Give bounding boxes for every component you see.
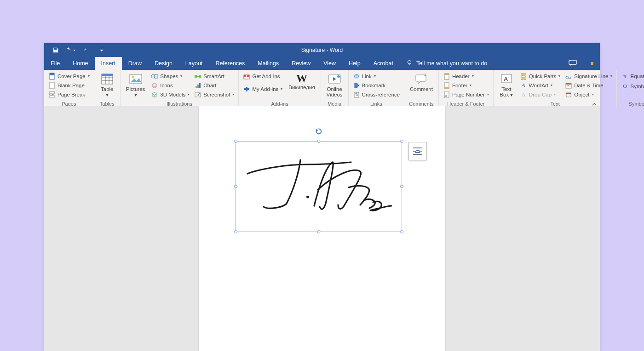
comment-button[interactable]: + Comment — [407, 72, 436, 93]
resize-handle-tl[interactable] — [234, 140, 237, 143]
footer-icon — [443, 82, 450, 89]
tab-review[interactable]: Review — [285, 57, 317, 70]
online-video-icon — [327, 73, 342, 85]
customize-qat-icon[interactable] — [100, 48, 104, 52]
page-number-button[interactable]: # Page Number▾ — [442, 90, 490, 99]
tab-mailings[interactable]: Mailings — [251, 57, 285, 70]
page-break-button[interactable]: Page Break — [47, 90, 91, 99]
tab-file[interactable]: File — [44, 57, 66, 70]
object-icon — [565, 91, 572, 98]
chart-icon — [194, 82, 201, 89]
resize-handle-br[interactable] — [400, 230, 403, 233]
resize-handle-r[interactable] — [400, 185, 403, 188]
my-addins-button[interactable]: My Add-ins▾ — [242, 85, 284, 94]
titlebar-right — [569, 57, 593, 70]
selected-image[interactable] — [236, 141, 402, 232]
tab-label: Mailings — [258, 60, 279, 67]
text-box-button[interactable]: A TextBox ▾ — [496, 72, 517, 98]
tab-help[interactable]: Help — [342, 57, 367, 70]
tab-draw[interactable]: Draw — [122, 57, 148, 70]
svg-point-28 — [199, 93, 201, 94]
tab-label: Review — [292, 60, 310, 67]
quick-parts-button[interactable]: Quick Parts▾ — [518, 72, 562, 81]
comments-pane-icon[interactable] — [569, 60, 577, 68]
group-addins: Get Add-ins My Add-ins▾ W Википедия Add-… — [239, 70, 321, 108]
tell-me-search[interactable]: Tell me what you want to do — [406, 57, 487, 70]
document-area — [44, 106, 600, 351]
signature-line-button[interactable]: Signature Line▾ — [564, 72, 614, 81]
svg-point-20 — [155, 85, 156, 85]
wordart-button[interactable]: A WordArt▾ — [518, 81, 562, 90]
document-page[interactable] — [199, 106, 445, 351]
layout-options-icon — [412, 146, 424, 156]
tab-layout[interactable]: Layout — [179, 57, 209, 70]
3d-models-button[interactable]: 3D Models▾ — [150, 90, 191, 99]
symbol-icon: Ω — [621, 83, 628, 90]
svg-rect-56 — [566, 93, 571, 94]
equation-button[interactable]: π Equation▾ — [620, 72, 644, 81]
tab-home[interactable]: Home — [66, 57, 94, 70]
pictures-button[interactable]: Pictures▾ — [123, 72, 148, 98]
date-time-button[interactable]: Date & Time — [564, 81, 614, 90]
tab-acrobat[interactable]: Acrobat — [367, 57, 400, 70]
wikipedia-button[interactable]: W Википедия — [286, 72, 317, 91]
svg-rect-25 — [199, 83, 201, 88]
pending-dot-icon[interactable] — [591, 62, 593, 65]
label: Table — [101, 86, 114, 92]
get-addins-button[interactable]: Get Add-ins — [242, 72, 284, 81]
resize-handle-b[interactable] — [317, 230, 321, 233]
tab-insert[interactable]: Insert — [95, 57, 122, 70]
bookmark-icon — [353, 82, 360, 89]
table-icon — [100, 73, 115, 85]
svg-rect-5 — [50, 91, 54, 94]
ribbon: Cover Page▾ Blank Page Page Break Pages — [44, 70, 600, 108]
tab-label: File — [51, 60, 60, 67]
screenshot-button[interactable]: Screenshot▾ — [193, 90, 236, 99]
tab-label: Help — [349, 60, 361, 67]
tab-view[interactable]: View — [317, 57, 342, 70]
footer-button[interactable]: Footer▾ — [442, 81, 490, 90]
undo-icon[interactable]: ▼ — [65, 47, 76, 53]
blank-page-button[interactable]: Blank Page — [47, 81, 91, 90]
smartart-button[interactable]: SmartArt — [193, 72, 236, 81]
tab-label: View — [323, 60, 336, 67]
label: Википедия — [288, 85, 315, 90]
quick-parts-icon — [520, 73, 527, 80]
svg-rect-54 — [568, 85, 569, 86]
svg-rect-22 — [199, 75, 201, 78]
tab-label: Insert — [101, 60, 115, 67]
label: Signature Line — [574, 73, 608, 80]
header-button[interactable]: Header▾ — [442, 72, 490, 81]
wordart-icon: A — [520, 82, 527, 89]
svg-point-19 — [153, 85, 154, 85]
cover-page-button[interactable]: Cover Page▾ — [47, 72, 91, 81]
chart-button[interactable]: Chart — [193, 81, 236, 90]
object-button[interactable]: Object▾ — [564, 90, 614, 99]
online-videos-button[interactable]: OnlineVideos — [324, 72, 345, 98]
tab-references[interactable]: References — [209, 57, 251, 70]
cross-reference-button[interactable]: Cross-reference — [351, 90, 401, 99]
icons-button[interactable]: Icons — [150, 81, 191, 90]
icons-icon — [151, 82, 158, 89]
rotate-handle[interactable] — [315, 128, 322, 137]
bookmark-button[interactable]: Bookmark — [351, 81, 401, 90]
tab-label: Home — [73, 60, 88, 67]
cross-ref-icon — [353, 91, 360, 98]
tab-label: Draw — [128, 60, 142, 67]
resize-handle-tr[interactable] — [400, 140, 403, 143]
resize-handle-bl[interactable] — [234, 230, 237, 233]
save-icon[interactable] — [52, 47, 59, 53]
svg-rect-48 — [522, 74, 525, 76]
label: Online — [327, 86, 342, 92]
layout-options-button[interactable] — [408, 142, 427, 160]
redo-icon[interactable] — [82, 47, 89, 53]
link-button[interactable]: Link▾ — [351, 72, 401, 81]
tab-design[interactable]: Design — [148, 57, 179, 70]
resize-handle-t[interactable] — [317, 140, 321, 143]
symbol-button[interactable]: Ω Symbol▾ — [620, 82, 644, 91]
drop-cap-button[interactable]: A Drop Cap▾ — [518, 90, 562, 99]
svg-rect-52 — [566, 83, 571, 85]
table-button[interactable]: Table▾ — [97, 72, 117, 98]
shapes-button[interactable]: Shapes▾ — [150, 72, 191, 81]
resize-handle-l[interactable] — [234, 185, 237, 188]
